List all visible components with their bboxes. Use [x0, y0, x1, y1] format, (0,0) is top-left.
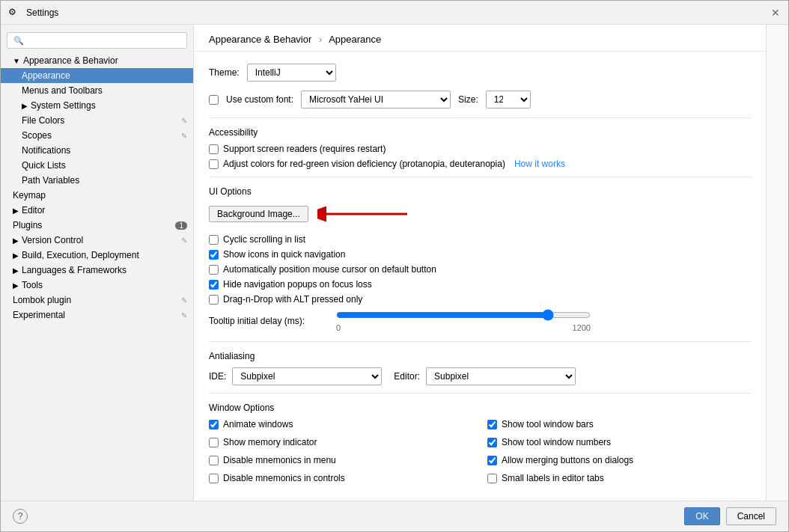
ok-button[interactable]: OK — [684, 507, 719, 525]
custom-font-checkbox[interactable] — [209, 95, 219, 105]
small-labels-label: Small labels in editor tabs — [502, 473, 604, 483]
search-input[interactable] — [27, 35, 180, 46]
show-tool-numbers-label: Show tool window numbers — [502, 437, 611, 447]
sidebar-item-keymap[interactable]: Keymap — [1, 188, 193, 203]
sidebar-item-quick-lists[interactable]: Quick Lists — [1, 158, 193, 173]
sidebar-item-notifications[interactable]: Notifications — [1, 143, 193, 158]
color-adjust-checkbox[interactable] — [209, 159, 219, 169]
show-tool-numbers-row[interactable]: Show tool window numbers — [487, 437, 751, 447]
breadcrumb-part-2: Appearance — [329, 34, 381, 45]
allow-merging-row[interactable]: Allow merging buttons on dialogs — [487, 455, 751, 465]
color-adjust-row[interactable]: Adjust colors for red-green vision defic… — [209, 159, 751, 169]
show-tool-bars-row[interactable]: Show tool window bars — [487, 419, 751, 429]
sidebar-item-label: Appearance — [22, 70, 187, 81]
breadcrumb-part-1: Appearance & Behavior — [209, 34, 311, 45]
divider-1 — [209, 117, 751, 118]
search-box[interactable]: 🔍 — [7, 32, 187, 49]
screen-readers-label: Support screen readers (requires restart… — [223, 144, 386, 154]
drag-drop-row[interactable]: Drag-n-Drop with ALT pressed only — [209, 294, 751, 305]
sidebar-item-label: Plugins — [13, 220, 175, 230]
cyclic-scroll-row[interactable]: Cyclic scrolling in list — [209, 234, 751, 245]
tooltip-label: Tooltip initial delay (ms): — [209, 316, 329, 326]
expand-icon: ▶ — [13, 281, 19, 290]
sidebar-item-lombok-plugin[interactable]: Lombok plugin ✎ — [1, 293, 193, 308]
auto-position-row[interactable]: Automatically position mouse cursor on d… — [209, 264, 751, 275]
antialiasing-row: IDE: Subpixel Greyscale None Editor: Sub… — [209, 367, 751, 385]
auto-position-checkbox[interactable] — [209, 265, 219, 275]
edit-icon: ✎ — [181, 296, 187, 305]
show-icons-checkbox[interactable] — [209, 250, 219, 260]
background-image-button[interactable]: Background Image... — [209, 206, 308, 222]
right-strip — [766, 25, 788, 501]
red-arrow — [317, 203, 407, 225]
sidebar-item-menus-toolbars[interactable]: Menus and Toolbars — [1, 83, 193, 98]
tooltip-slider[interactable] — [336, 309, 591, 321]
slider-values: 0 1200 — [336, 323, 591, 332]
close-button[interactable]: ✕ — [770, 7, 781, 18]
sidebar-item-appearance[interactable]: Appearance — [1, 68, 193, 83]
hide-nav-row[interactable]: Hide navigation popups on focus loss — [209, 279, 751, 290]
cancel-button[interactable]: Cancel — [726, 507, 776, 525]
auto-position-label: Automatically position mouse cursor on d… — [223, 264, 436, 275]
divider-3 — [209, 341, 751, 342]
expand-icon: ▶ — [13, 266, 19, 275]
antialiasing-title: Antialiasing — [209, 351, 751, 361]
custom-font-label[interactable]: Use custom font: — [226, 94, 293, 105]
editor-antialiasing-select[interactable]: Subpixel Greyscale None — [426, 367, 576, 385]
sidebar-item-label: Scopes — [22, 130, 181, 141]
breadcrumb: Appearance & Behavior › Appearance — [194, 25, 766, 52]
tooltip-slider-container: Tooltip initial delay (ms): 0 1200 — [209, 309, 751, 332]
sidebar: 🔍 ▼ Appearance & Behavior Appearance Men… — [1, 25, 194, 501]
sidebar-item-appearance-behavior[interactable]: ▼ Appearance & Behavior — [1, 53, 193, 68]
size-select[interactable]: 12 — [486, 91, 531, 108]
how-it-works-link[interactable]: How it works — [514, 159, 565, 169]
window-options-title: Window Options — [209, 403, 751, 413]
disable-mnemonics-controls-row[interactable]: Disable mnemonics in controls — [209, 473, 472, 483]
sidebar-item-build-execution[interactable]: ▶ Build, Execution, Deployment — [1, 248, 193, 263]
show-memory-row[interactable]: Show memory indicator — [209, 437, 472, 447]
font-select[interactable]: Microsoft YaHei UI — [301, 91, 451, 108]
disable-mnemonics-controls-checkbox[interactable] — [209, 474, 219, 483]
screen-readers-checkbox[interactable] — [209, 144, 219, 154]
size-label: Size: — [458, 94, 478, 105]
title-bar: ⚙ Settings ✕ — [1, 1, 788, 25]
ide-antialiasing-select[interactable]: Subpixel Greyscale None — [232, 367, 382, 385]
editor-aa-group: Editor: Subpixel Greyscale None — [394, 367, 576, 385]
sidebar-item-version-control[interactable]: ▶ Version Control ✎ — [1, 233, 193, 248]
sidebar-item-file-colors[interactable]: File Colors ✎ — [1, 113, 193, 128]
animate-windows-checkbox[interactable] — [209, 420, 219, 429]
cyclic-scroll-checkbox[interactable] — [209, 235, 219, 245]
help-button[interactable]: ? — [13, 509, 28, 524]
show-memory-checkbox[interactable] — [209, 438, 219, 447]
disable-mnemonics-menu-row[interactable]: Disable mnemonics in menu — [209, 455, 472, 465]
sidebar-item-scopes[interactable]: Scopes ✎ — [1, 128, 193, 143]
expand-icon: ▼ — [13, 57, 20, 65]
sidebar-item-label: File Colors — [22, 115, 181, 126]
sidebar-item-label: Version Control — [22, 235, 181, 245]
drag-drop-checkbox[interactable] — [209, 295, 219, 305]
show-tool-bars-checkbox[interactable] — [487, 420, 497, 429]
sidebar-item-tools[interactable]: ▶ Tools — [1, 278, 193, 293]
cyclic-scroll-label: Cyclic scrolling in list — [223, 234, 305, 245]
show-tool-bars-label: Show tool window bars — [502, 419, 594, 429]
slider-min: 0 — [336, 323, 341, 332]
sidebar-item-plugins[interactable]: Plugins 1 — [1, 218, 193, 233]
disable-mnemonics-menu-checkbox[interactable] — [209, 456, 219, 465]
sidebar-item-path-variables[interactable]: Path Variables — [1, 173, 193, 188]
sidebar-item-editor[interactable]: ▶ Editor — [1, 203, 193, 218]
sidebar-item-experimental[interactable]: Experimental ✎ — [1, 308, 193, 322]
allow-merging-checkbox[interactable] — [487, 456, 497, 465]
animate-windows-row[interactable]: Animate windows — [209, 419, 472, 429]
small-labels-checkbox[interactable] — [487, 474, 497, 483]
show-tool-numbers-checkbox[interactable] — [487, 438, 497, 447]
hide-nav-checkbox[interactable] — [209, 280, 219, 290]
screen-readers-row[interactable]: Support screen readers (requires restart… — [209, 144, 751, 154]
small-labels-row[interactable]: Small labels in editor tabs — [487, 473, 751, 483]
show-icons-row[interactable]: Show icons in quick navigation — [209, 249, 751, 260]
animate-windows-label: Animate windows — [223, 419, 293, 429]
theme-select[interactable]: IntelliJ Darcula High contrast — [247, 64, 336, 82]
sidebar-item-label: Menus and Toolbars — [22, 85, 187, 96]
sidebar-item-label: Quick Lists — [22, 160, 187, 171]
sidebar-item-languages-frameworks[interactable]: ▶ Languages & Frameworks — [1, 263, 193, 278]
sidebar-item-system-settings[interactable]: ▶ System Settings — [1, 98, 193, 113]
